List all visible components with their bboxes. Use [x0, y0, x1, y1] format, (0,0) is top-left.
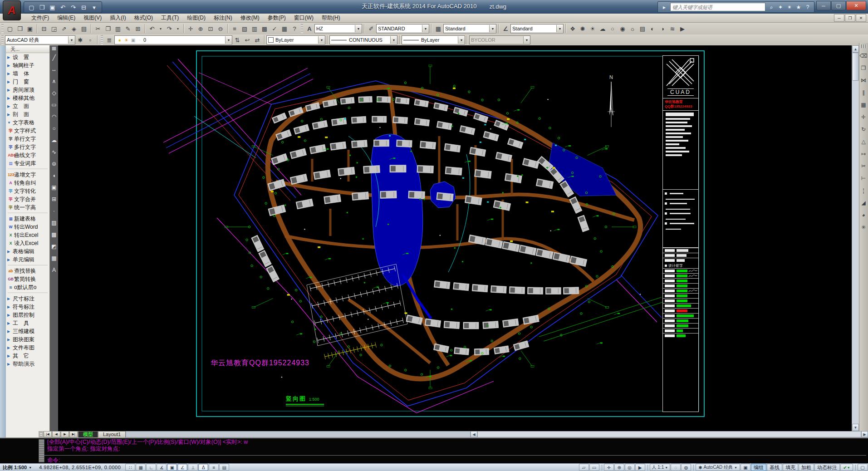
render-icon[interactable]: ❖ — [568, 24, 578, 34]
polar-toggle[interactable]: ∡ — [157, 464, 167, 471]
sheet-set-icon[interactable]: ▩ — [260, 24, 270, 34]
sidebar-item-multi-line-text[interactable]: 字多行文字 — [6, 143, 49, 151]
tabbar-grip[interactable] — [40, 432, 42, 437]
region-icon[interactable]: ◩ — [50, 240, 58, 252]
lwt-toggle[interactable]: ≡ — [209, 464, 219, 471]
redo-icon[interactable]: ↷ — [164, 24, 174, 34]
menu-item-7[interactable]: 标注(N) — [210, 13, 236, 23]
chevron-down-icon[interactable]: ▼ — [489, 25, 496, 32]
extend-icon[interactable]: ⊢ — [859, 172, 868, 184]
rectangle-icon[interactable]: ▭ — [50, 99, 58, 111]
sidebar-item-block-pattern[interactable]: ▶图块图案 — [6, 335, 49, 343]
ducs-toggle[interactable]: ⊥ — [188, 464, 198, 471]
polyline-icon[interactable]: ∧ — [50, 75, 58, 87]
save-icon[interactable]: ▣ — [48, 3, 57, 12]
zoom-window-icon[interactable]: ⊡ — [206, 24, 216, 34]
array-icon[interactable]: ▦ — [859, 98, 868, 111]
sky-icon[interactable]: ☁ — [598, 24, 608, 34]
hatch-icon[interactable]: ▨ — [50, 217, 58, 229]
sidebar-item-symbol-dim[interactable]: ▶符号标注 — [6, 303, 49, 311]
plotstyle-combo[interactable]: BYCOLOR▼ — [469, 35, 530, 44]
menu-item-9[interactable]: 参数(P) — [264, 13, 290, 23]
layer-translate-icon[interactable]: ⇄ — [252, 35, 262, 45]
help-icon[interactable]: ? — [803, 3, 812, 12]
undo-icon[interactable]: ↶ — [58, 3, 68, 12]
line-icon[interactable]: ╱ — [50, 52, 58, 64]
sidebar-item-help-demo[interactable]: ▶帮助演示 — [6, 360, 49, 368]
snap-toggle[interactable]: ∷ — [125, 464, 135, 471]
scroll-down-icon[interactable]: ▼ — [852, 424, 859, 431]
chevron-down-icon[interactable]: ▼ — [556, 25, 563, 32]
maximize-button[interactable]: ▢ — [831, 1, 846, 10]
tool-palettes-icon[interactable]: ▥ — [250, 24, 260, 34]
status-tray-icon[interactable]: ✔▼ — [840, 464, 853, 471]
sidebar-item-text-style[interactable]: 字文字样式 — [6, 127, 49, 135]
open-file-icon[interactable]: ❒ — [15, 24, 25, 34]
plot-icon[interactable]: ⊟ — [39, 24, 49, 34]
toolbar-grip[interactable] — [301, 24, 303, 33]
quick-properties-toggle[interactable]: ▤ — [219, 464, 229, 471]
ortho-toggle[interactable]: ∟ — [146, 464, 156, 471]
sidebar-item-file-layout[interactable]: ▶文件布图 — [6, 343, 49, 352]
doc-minimize-button[interactable]: ─ — [834, 14, 844, 22]
light-list-icon[interactable]: ▤ — [638, 24, 647, 34]
tab-nav-button-2[interactable]: ▶ — [61, 431, 69, 437]
sidebar-item-single-line-text[interactable]: 字单行文字 — [6, 135, 49, 143]
sidebar-item-text-table[interactable]: ▼文字表格 — [6, 118, 49, 127]
dim-style-combo[interactable]: STANDARD▼ — [376, 24, 429, 33]
menu-item-0[interactable]: 文件(F) — [27, 13, 53, 23]
menu-item-3[interactable]: 插入(I) — [106, 13, 130, 23]
mirror-icon[interactable]: ⋈ — [859, 74, 868, 86]
status-button-2[interactable]: 填充 — [783, 464, 798, 471]
tab-layout1[interactable]: Layout1 — [98, 431, 126, 438]
sidebar-item-export-excel[interactable]: X转出Excel — [6, 231, 49, 239]
toolbar-grip[interactable] — [1, 35, 4, 44]
make-block-icon[interactable]: ⊞ — [50, 193, 58, 205]
command-window-grip[interactable] — [39, 439, 44, 462]
toolbar-grip[interactable] — [861, 44, 866, 48]
construction-line-icon[interactable]: ↔ — [50, 64, 58, 75]
sidebar-item-import-excel[interactable]: X读入Excel — [6, 239, 49, 247]
grid-toggle[interactable]: ▦ — [136, 464, 146, 471]
sidebar-item-3d-modeling[interactable]: ▶三维建模 — [6, 327, 49, 335]
collapse-icon[interactable]: ▸ — [660, 3, 669, 12]
spline-icon[interactable]: ∿ — [50, 146, 58, 158]
sidebar-item-unify-text-height[interactable]: 字统一字高 — [6, 203, 49, 211]
otrack-toggle[interactable]: ∠ — [177, 464, 187, 471]
close-button[interactable]: ✕ — [846, 1, 866, 10]
image-icon[interactable]: ▤ — [79, 24, 89, 34]
scroll-right-icon[interactable]: ▶ — [861, 431, 868, 437]
zoom-icon[interactable]: ⊕ — [614, 464, 624, 471]
annotation-autoscale-icon[interactable]: ◍ — [681, 464, 691, 471]
favorites-icon[interactable]: ★ — [794, 3, 803, 12]
circle-icon[interactable]: ○ — [50, 123, 58, 134]
osnap-toggle[interactable]: ▣ — [167, 464, 177, 471]
command-window[interactable]: [全部(A)/中心(C)/动态(D)/范围(E)/上一个(P)/比例(S)/窗口… — [0, 437, 868, 463]
menu-item-4[interactable]: 格式(O) — [130, 13, 157, 23]
redo-dropdown-icon[interactable]: ▾ — [174, 24, 181, 34]
sun-status-icon[interactable]: ☀ — [588, 24, 598, 34]
open-file-icon[interactable]: ❒ — [37, 3, 47, 12]
layer-previous-icon[interactable]: ↩ — [242, 35, 252, 45]
materials-icon[interactable]: ◐ — [647, 24, 657, 34]
sidebar-item-axis-grid-column[interactable]: ▶轴网柱子 — [6, 61, 49, 69]
markup-icon[interactable]: ✓ — [270, 24, 280, 34]
drawing-canvas[interactable]: 华云旭教育QQ群195224933 竖向图1:500 N — [58, 45, 852, 431]
doc-close-button[interactable]: ✕ — [856, 14, 866, 22]
color-combo[interactable]: ByLayer▼ — [266, 35, 325, 44]
search-input[interactable] — [670, 3, 765, 11]
tab-nav-button-3[interactable]: ▶| — [69, 431, 78, 437]
lineweight-combo[interactable]: ByLayer▼ — [402, 35, 465, 44]
dim-style-icon[interactable]: ✐ — [366, 24, 376, 34]
ellipse-arc-icon[interactable]: ◖ — [50, 170, 58, 182]
tab-model[interactable]: 模型 — [78, 431, 98, 438]
plot-icon[interactable]: ⊟ — [79, 3, 88, 12]
menu-item-11[interactable]: 帮助(H) — [318, 13, 344, 23]
3d-dwf-icon[interactable]: ◈ — [69, 24, 79, 34]
sidebar-item-table-edit[interactable]: ▶表格编辑 — [6, 247, 49, 255]
chevron-down-icon[interactable]: ▼ — [390, 36, 397, 44]
text-style-combo[interactable]: HZ▼ — [314, 24, 362, 33]
offset-icon[interactable]: ∥ — [859, 86, 868, 98]
sidebar-item-find-replace[interactable]: ab查找替换 — [6, 267, 49, 275]
menu-item-1[interactable]: 编辑(E) — [53, 13, 79, 23]
